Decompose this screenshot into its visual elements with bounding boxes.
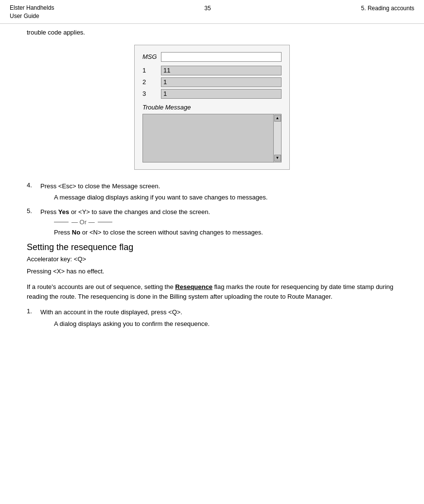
num-label-3: 3 [142, 90, 161, 97]
step-5-number: 5. [27, 207, 36, 237]
trouble-label: Trouble Message [142, 104, 282, 111]
or-divider: — Or — [54, 218, 263, 226]
ol-item-1: 1. With an account in the route displaye… [27, 307, 397, 332]
para2: If a route's accounts are out of sequenc… [27, 282, 397, 302]
num-label-2: 2 [142, 78, 161, 86]
msg-label: MSG [142, 53, 161, 60]
scrollbar[interactable]: ▲ ▼ [273, 114, 281, 162]
para2-before: If a route's accounts are out of sequenc… [27, 283, 175, 290]
or-text: — Or — [71, 218, 95, 226]
step-4-item: 4. Press <Esc> to close the Message scre… [27, 181, 397, 202]
intro-text: trouble code applies. [27, 29, 397, 36]
section-heading: Setting the resequence flag [27, 242, 397, 252]
header-left: Elster Handhelds User Guide [10, 4, 54, 20]
page-header: Elster Handhelds User Guide 35 5. Readin… [0, 0, 424, 24]
scroll-down-button[interactable]: ▼ [274, 155, 281, 162]
scroll-up-button[interactable]: ▲ [274, 115, 281, 122]
step-5-sub-after: or <N> to close the screen without savin… [80, 229, 263, 236]
num-row-3: 3 1 [142, 89, 282, 99]
para2-bold: Resequence [175, 283, 212, 290]
ol-num-1: 1. [27, 307, 36, 332]
trouble-textarea-content [143, 114, 273, 162]
step-5-content: Press Yes or <Y> to save the changes and… [40, 207, 263, 237]
trouble-textarea[interactable]: ▲ ▼ [142, 114, 282, 162]
para1: Pressing <X> has no effect. [27, 267, 397, 276]
num-row-1: 1 11 [142, 66, 282, 75]
page-content: trouble code applies. MSG 1 11 2 1 3 1 [0, 24, 424, 345]
msg-input-field[interactable] [161, 52, 282, 62]
screenshot-ui: MSG 1 11 2 1 3 1 Trouble Message [134, 45, 290, 170]
guide-subtitle: User Guide [10, 12, 54, 20]
step-4-sub: A message dialog displays asking if you … [54, 193, 267, 202]
or-line-left [54, 222, 69, 222]
num-row-2: 2 1 [142, 77, 282, 87]
page-number: 35 [204, 4, 211, 12]
book-title: Elster Handhelds [10, 4, 54, 12]
step-4-text: Press <Esc> to close the Message screen. [40, 182, 160, 190]
step-4-number: 4. [27, 181, 36, 202]
step-5-text-mid: or <Y> to save the changes and close the… [69, 208, 210, 216]
step-5-sub: Press No or <N> to close the screen with… [54, 228, 263, 237]
step-4-content: Press <Esc> to close the Message screen.… [40, 181, 267, 202]
ol-item-1-sub: A dialog displays asking you to confirm … [54, 319, 210, 329]
ordered-list: 1. With an account in the route displaye… [27, 307, 397, 332]
or-line-right [98, 222, 112, 222]
ol-item-1-text: With an account in the route displayed, … [40, 308, 182, 316]
step-5-item: 5. Press Yes or <Y> to save the changes … [27, 207, 397, 237]
step-5-yes: Yes [58, 208, 69, 216]
num-input-3[interactable]: 1 [161, 89, 282, 99]
ol-item-1-content: With an account in the route displayed, … [40, 307, 210, 332]
step-5-no: No [72, 229, 80, 236]
accel-key: Accelerator key: <Q> [27, 255, 397, 263]
step-5-text: Press Yes or <Y> to save the changes and… [40, 208, 210, 216]
num-input-2[interactable]: 1 [161, 77, 282, 87]
num-input-1[interactable]: 11 [161, 66, 282, 75]
num-label-1: 1 [142, 67, 161, 74]
msg-row: MSG [142, 52, 282, 62]
step-5-sub-before: Press [54, 229, 72, 236]
chapter-title: 5. Reading accounts [361, 4, 414, 12]
steps-4-5: 4. Press <Esc> to close the Message scre… [27, 181, 397, 237]
step-5-text-before: Press [40, 208, 58, 216]
